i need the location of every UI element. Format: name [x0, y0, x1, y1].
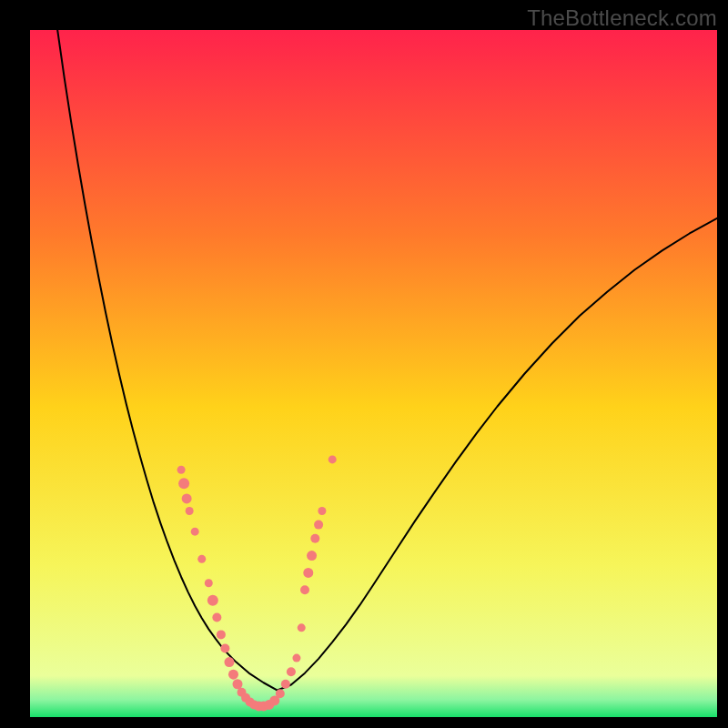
data-point [314, 521, 323, 530]
data-point [217, 630, 226, 639]
data-point [310, 534, 319, 543]
data-point [228, 670, 238, 680]
data-point [233, 679, 243, 689]
data-point [329, 455, 337, 463]
data-point [287, 667, 296, 676]
data-point [182, 493, 192, 503]
data-point [300, 585, 309, 594]
data-point [197, 555, 206, 563]
data-point [303, 568, 313, 578]
data-point [298, 623, 306, 632]
chart-svg [30, 30, 717, 717]
data-point [318, 507, 326, 515]
plot-area [30, 30, 717, 717]
data-point [307, 551, 317, 561]
outer-frame: TheBottleneck.com [0, 0, 728, 728]
data-point [205, 579, 213, 587]
data-point [207, 595, 218, 606]
data-point [276, 689, 285, 698]
data-point [178, 478, 189, 489]
gradient-background [30, 30, 717, 717]
data-point [212, 613, 221, 622]
data-point [281, 680, 290, 689]
watermark-text: TheBottleneck.com [527, 5, 717, 31]
data-point [220, 644, 229, 653]
data-point [177, 466, 186, 474]
data-point [292, 654, 300, 662]
data-point [186, 507, 194, 515]
data-point [191, 528, 199, 536]
data-point [224, 657, 234, 667]
